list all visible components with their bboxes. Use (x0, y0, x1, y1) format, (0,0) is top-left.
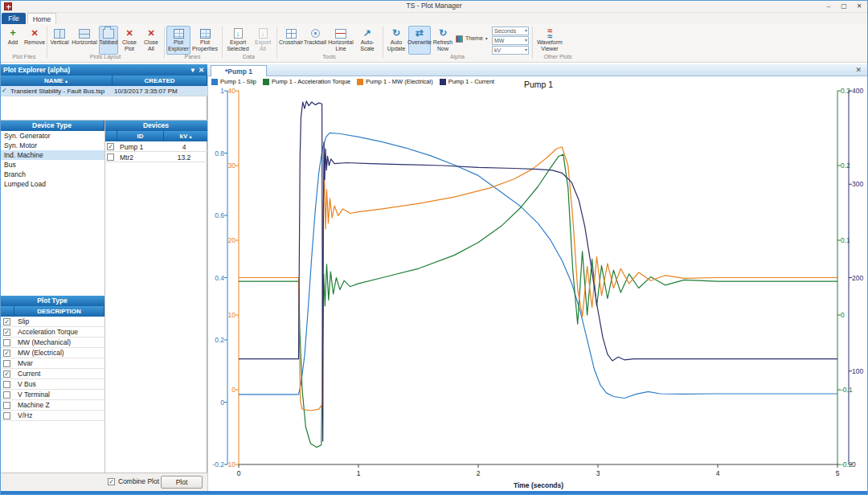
export-selected-icon: ↓ (234, 27, 243, 39)
refresh-now-button[interactable]: ↻ Refresh Now (432, 26, 454, 55)
column-header-created[interactable]: CREATED (113, 76, 207, 86)
plot-type-checkbox[interactable]: ✓ (3, 370, 10, 378)
chart-panel (207, 76, 868, 492)
chevron-down-icon[interactable]: ▾ (191, 64, 194, 76)
window-title: TS - Plot Manager (0, 2, 868, 10)
device-checkbox[interactable]: ✓ (107, 143, 114, 150)
plot-type-checkbox[interactable] (3, 339, 10, 346)
export-all-button[interactable]: ↓ Export All (252, 26, 273, 55)
legend-swatch-current (440, 79, 446, 85)
overwrite-button[interactable]: ⇄ Overwrite (408, 26, 431, 55)
plot-file-name: Transient Stability - Fault Bus.tsp (10, 88, 112, 95)
horizontal-line-button[interactable]: Horizontal Line (327, 26, 354, 55)
tabbed-layout-icon (103, 27, 114, 39)
device-type-syn-generator[interactable]: Syn. Generator (0, 131, 104, 141)
plot-type-row-v-terminal[interactable]: V Terminal (0, 390, 104, 400)
combine-plot-checkbox[interactable]: ✓ (108, 478, 115, 485)
remove-icon: ✕ (31, 27, 38, 39)
plot-type-row-slip[interactable]: ✓Slip (0, 317, 104, 327)
device-type-ind-machine[interactable]: Ind. Machine (0, 150, 104, 160)
group-label-plots-layout: Plots Layout (49, 54, 162, 59)
maximize-button[interactable]: ▢ (837, 0, 851, 13)
plot-type-checkbox[interactable] (3, 402, 10, 409)
close-plot-label: Close Plot (120, 39, 139, 51)
sort-asc-icon: ▴ (65, 79, 68, 84)
group-label-data: Data (224, 54, 273, 59)
tabbed-label: Tabbed (100, 39, 118, 46)
waveform-viewer-button[interactable]: ≈≈ Waveform Viewer (534, 26, 565, 55)
close-button[interactable]: ✕ (852, 0, 866, 13)
plot-type-label: Slip (18, 317, 29, 325)
crosshair-button[interactable]: Crosshair (279, 26, 303, 55)
legend-label: Pump 1 - Current (448, 78, 495, 85)
plot-explorer-button[interactable]: Plot Explorer (166, 26, 190, 55)
legend-label: Pump 1 - Acceleration Torque (272, 78, 350, 85)
panel-close-icon[interactable]: ✕ (199, 64, 204, 76)
plot-tab-strip (207, 64, 868, 76)
tab-pump1[interactable]: *Pump 1 (211, 65, 267, 76)
plot-type-checkbox[interactable] (3, 391, 10, 399)
plot-type-row-v-bus[interactable]: V Bus (0, 379, 104, 390)
plot-button[interactable]: Plot (161, 476, 203, 489)
overwrite-label: Overwrite (407, 39, 432, 46)
device-type-lumped-load[interactable]: Lumped Load (0, 179, 104, 189)
devices-kv-column-header[interactable]: kV ▴ (164, 131, 207, 141)
plot-type-row-mw-electrical[interactable]: ✓MW (Electrical) (0, 348, 104, 358)
plot-type-row-acceleration-torque[interactable]: ✓Acceleration Torque (0, 327, 104, 338)
device-row[interactable]: ✓ Pump 1 4 (104, 141, 207, 152)
vertical-layout-button[interactable]: Vertical (49, 26, 70, 55)
tab-close-icon[interactable]: ✕ (855, 66, 862, 74)
plot-type-checkbox[interactable]: ✓ (3, 318, 10, 325)
plot-type-row-current[interactable]: ✓Current (0, 369, 104, 379)
plot-type-checkbox[interactable] (3, 381, 10, 388)
row-check-icon[interactable]: ✓ (2, 87, 7, 94)
auto-scale-icon: ↗ (363, 27, 371, 39)
plot-type-checkbox[interactable] (3, 412, 10, 419)
close-plot-button[interactable]: ✕ Close Plot (119, 26, 140, 55)
group-separator (222, 27, 223, 59)
legend-item-current: Pump 1 - Current (440, 78, 495, 85)
plot-type-description-header[interactable]: DESCRIPTION (14, 306, 104, 317)
remove-label: Remove (24, 39, 45, 46)
export-selected-button[interactable]: ↓ Export Selected (224, 26, 252, 55)
close-all-button[interactable]: ✕ Close All (141, 26, 162, 55)
plot-properties-button[interactable]: Plot Properties (191, 26, 219, 55)
plot-type-row-machine-z[interactable]: Machine Z (0, 400, 104, 411)
time-unit-select[interactable]: Seconds▾ (492, 27, 529, 35)
tab-home[interactable]: Home (27, 13, 56, 24)
plot-type-row-mvar[interactable]: Mvar (0, 358, 104, 369)
plot-type-row-mw-mechanical[interactable]: MW (Mechanical) (0, 338, 104, 348)
auto-update-icon: ↻ (392, 27, 400, 39)
add-button[interactable]: + Add (3, 26, 23, 55)
trackball-button[interactable]: Trackball (304, 26, 326, 55)
file-menu[interactable]: File (2, 13, 26, 24)
export-all-label: Export All (253, 39, 272, 51)
plot-file-row[interactable]: ✓ Transient Stability - Fault Bus.tsp 10… (0, 86, 207, 96)
device-kv: 13.2 (164, 153, 204, 162)
plot-type-header: Plot Type (0, 296, 104, 306)
auto-scale-button[interactable]: ↗ Auto-Scale (355, 26, 379, 55)
column-header-name[interactable]: NAME ▴ (0, 76, 113, 86)
minimize-button[interactable]: – (821, 0, 836, 13)
device-checkbox[interactable] (107, 153, 114, 161)
auto-update-button[interactable]: ↻ Auto Update (385, 26, 407, 55)
plot-type-checkbox[interactable] (3, 360, 10, 367)
tabbed-layout-button[interactable]: Tabbed (99, 26, 118, 55)
close-plot-icon: ✕ (125, 27, 133, 39)
legend-swatch-mw-electrical (357, 79, 363, 85)
plot-type-label: Machine Z (18, 401, 50, 409)
title-bar: TS - Plot Manager – ▢ ✕ (0, 0, 868, 13)
device-row[interactable]: Mtr2 13.2 (104, 152, 207, 162)
device-type-bus[interactable]: Bus (0, 160, 104, 170)
plot-type-checkbox[interactable]: ✓ (3, 350, 10, 357)
legend-item-slip: Pump 1 - Slip (211, 78, 256, 85)
device-type-branch[interactable]: Branch (0, 170, 104, 179)
horizontal-layout-button[interactable]: Horizontal (71, 26, 98, 55)
devices-id-column-header[interactable]: ID (117, 131, 164, 141)
device-type-syn-motor[interactable]: Syn. Motor (0, 141, 104, 150)
plot-type-row-v-hz[interactable]: V/Hz (0, 411, 104, 421)
power-unit-select[interactable]: MW▾ (492, 36, 529, 45)
theme-dropdown[interactable]: Theme ▾ (455, 32, 490, 44)
plot-type-checkbox[interactable]: ✓ (3, 329, 10, 336)
remove-button[interactable]: ✕ Remove (24, 26, 45, 55)
